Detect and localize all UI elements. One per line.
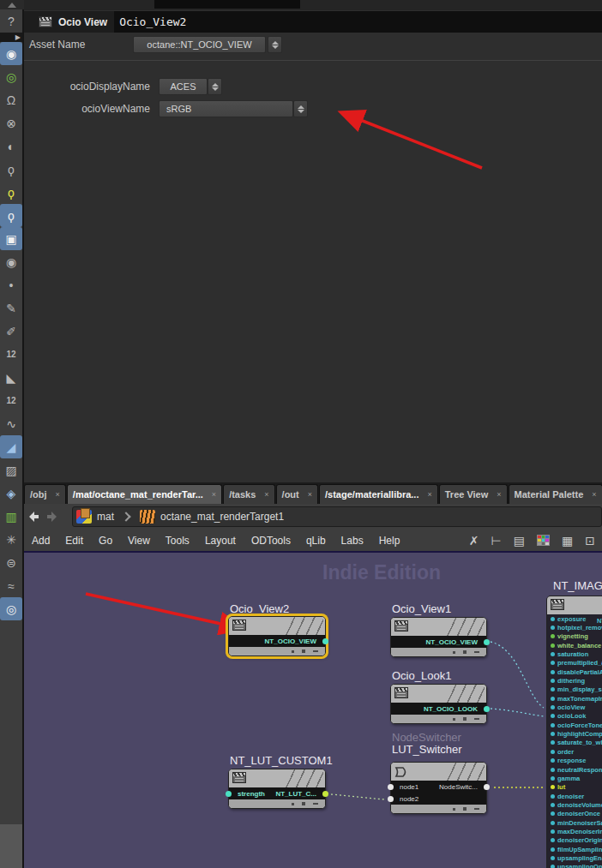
node-ocio-view1[interactable]: NT_OCIO_VIEW [390,617,487,657]
node-flags[interactable] [447,685,485,703]
tools-icon[interactable]: ✗ [469,534,479,548]
curve-icon[interactable]: ∿ [0,412,22,435]
pane-tab--obj[interactable]: /obj× [24,484,66,504]
node-nt-image[interactable]: NT exposurehotpixel_removavignettingwhit… [546,596,602,868]
ociodisplayname-spinner[interactable] [208,78,222,95]
nt-image-param-dithering[interactable]: dithering [547,676,602,685]
light-add-icon[interactable]: ϙ [0,181,22,204]
windows-layout-icon[interactable]: ⊡ [585,534,595,548]
pane-tab--mat-octane-mat-rendertar-[interactable]: /mat/octane_mat_renderTar...× [67,484,222,504]
tab-close-icon[interactable]: × [212,490,216,499]
node-flags[interactable] [447,618,485,636]
view-eye-icon[interactable]: ◉ [0,42,22,65]
palette-grid-icon[interactable] [537,535,550,546]
stamp-icon[interactable]: ◣ [0,366,22,389]
breadcrumb-root[interactable]: mat [97,511,114,523]
breadcrumb-node[interactable]: octane_mat_renderTarget1 [160,511,284,523]
pane-tab--out[interactable]: /out× [276,484,318,504]
nt-image-param-response[interactable]: response [547,757,602,765]
tab-close-icon[interactable]: × [497,490,501,499]
asset-name-dropdown[interactable]: octane::NT_OCIO_VIEW [133,36,266,53]
nt-image-param-maxtonemapinte[interactable]: maxTonemapInte [547,694,602,703]
nt-image-param-upsamplingonc[interactable]: upsamplingOnC [547,863,602,868]
light-bulb-icon[interactable]: ϙ [0,158,22,181]
pane-tab--stage-materiallibra-[interactable]: /stage/materiallibra...× [319,484,438,504]
brush-icon[interactable]: ✎ [0,296,22,320]
tab-close-icon[interactable]: × [427,490,431,499]
list-view-icon[interactable]: ▤ [514,534,525,548]
menu-labs[interactable]: Labs [334,535,371,547]
checkbox-grid-icon[interactable]: ▦ [562,534,573,548]
input-connector-node1[interactable] [388,784,394,790]
light-add-selected-icon[interactable]: ϙ [0,204,22,227]
forward-arrow-icon[interactable] [43,509,62,524]
tree-view-icon[interactable]: ⊢ [491,534,502,548]
tab-close-icon[interactable]: × [308,490,312,499]
asset-name-spinner[interactable] [268,36,282,53]
input-connector-node2[interactable] [388,796,394,802]
output-connector[interactable] [484,639,490,645]
no-light-icon[interactable]: ⊗ [0,111,22,135]
nt-image-param-maxdenoiserinte[interactable]: maxDenoiserInte [547,827,602,835]
nt-image-param-upsamplingenab[interactable]: upsamplingEnab [547,853,602,862]
copy-12b-icon[interactable]: 12 [0,389,22,412]
output-connector[interactable] [322,638,328,644]
network-editor-canvas[interactable]: Indie Edition Ocio_View2 NT_OCIO_VIEW Oc… [24,553,602,868]
pane-tab-tree-view[interactable]: Tree View× [439,484,508,504]
menu-go[interactable]: Go [91,535,120,547]
tab-close-icon[interactable]: × [264,490,268,499]
menu-help[interactable]: Help [371,535,408,547]
nt-image-param-denoisevolume[interactable]: denoiseVolume [547,800,602,809]
nt-image-param-highlightcompre[interactable]: highlightCompre [547,729,602,738]
nt-image-param-premultiplied_al[interactable]: premultiplied_al [547,659,602,667]
nt-image-param-saturation[interactable]: saturation [547,650,602,658]
nt-image-param-mindenoisersam[interactable]: minDenoiserSam [547,818,602,827]
node-ocio-view2[interactable]: NT_OCIO_VIEW [228,616,326,656]
pane-tab-material-palette[interactable]: Material Palette× [509,484,602,504]
node-flags[interactable] [286,769,323,787]
ocioviewname-dropdown[interactable]: sRGB [159,100,293,117]
ociodisplayname-dropdown[interactable]: ACES [159,78,208,95]
expander-icon[interactable]: ▶ [0,33,22,42]
nt-image-param-filmupsamplinge[interactable]: filmUpSamplingE [547,845,602,853]
tab-close-icon[interactable]: × [56,490,60,499]
nt-image-param-order[interactable]: order [547,747,602,756]
menu-edit[interactable]: Edit [57,535,91,547]
menu-add[interactable]: Add [24,535,57,547]
gem-icon[interactable]: ◈ [0,482,22,505]
tab-close-icon[interactable]: × [592,490,596,499]
muscle-icon[interactable]: ▥ [0,505,22,528]
output-connector[interactable] [484,784,490,790]
input-connector-strength[interactable] [226,791,232,797]
nt-image-param-denoiseroriginal[interactable]: denoiserOriginal [547,836,602,845]
nt-image-param-saturate_to_whi[interactable]: saturate_to_whi [547,739,602,747]
nt-image-param-hotpixel_remova[interactable]: hotpixel_remova [547,623,602,632]
fan-icon[interactable]: ✳ [0,528,22,551]
visualize-icon[interactable]: ◎ [0,65,22,88]
nt-image-param-white_balance[interactable]: white_balance [547,641,602,650]
polygon-tool-icon[interactable]: ◢ [0,435,22,458]
menu-view[interactable]: View [120,535,158,547]
nt-image-param-exposure[interactable]: exposure [547,614,602,623]
menu-odtools[interactable]: ODTools [244,535,298,547]
lock-icon[interactable]: Ω [0,88,22,111]
terrain-icon[interactable]: ≈ [0,574,22,597]
uv-texture-icon[interactable]: ▨ [0,458,22,482]
output-connector[interactable] [484,706,490,712]
pin-icon[interactable]: ✐ [0,320,22,343]
camera-icon[interactable]: ◐ [0,135,22,158]
node-name-input[interactable]: Ocio_View2 [114,11,602,33]
node-nt-lut-custom1[interactable]: strength NT_LUT_C... [228,769,326,809]
nt-image-param-disablepartialalp[interactable]: disablePartialAlp [547,667,602,676]
output-connector[interactable] [322,791,328,797]
menu-qlib[interactable]: qLib [298,535,334,547]
nt-image-param-ociolook[interactable]: ocioLook [547,712,602,721]
look-eye-icon[interactable]: ◉ [0,250,22,273]
node-lut-switcher[interactable]: node1 NodeSwitc... node2 [390,762,487,814]
toolbar-scroll-up[interactable] [0,0,24,9]
menu-layout[interactable]: Layout [197,535,244,547]
material-cube-icon[interactable]: ▣ [0,227,22,250]
ocioviewname-spinner[interactable] [293,100,308,117]
pane-tab--tasks[interactable]: /tasks× [223,484,274,504]
location-pin-icon[interactable]: ◎ [0,597,22,620]
